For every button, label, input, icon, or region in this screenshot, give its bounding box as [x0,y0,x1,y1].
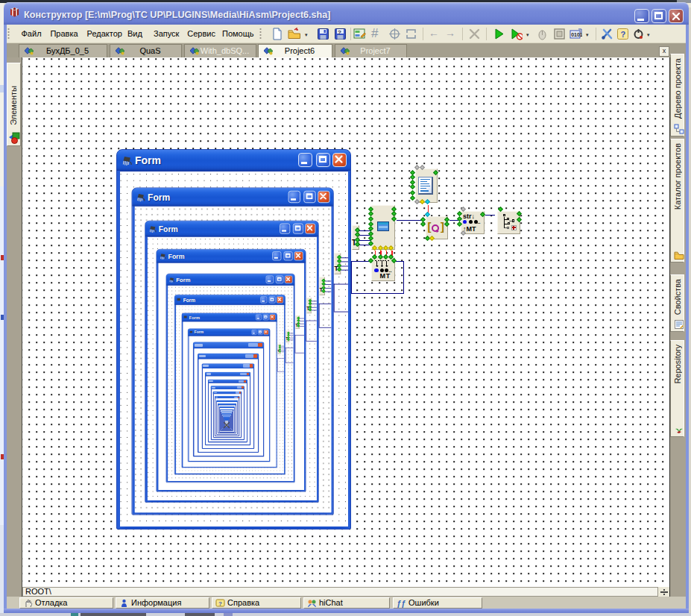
svg-text:?: ? [338,29,341,36]
svg-text:?: ? [621,30,626,39]
svg-text:?: ? [218,600,222,607]
svg-text:ƒƒ: ƒƒ [397,599,406,608]
svg-text:0101: 0101 [571,32,582,37]
